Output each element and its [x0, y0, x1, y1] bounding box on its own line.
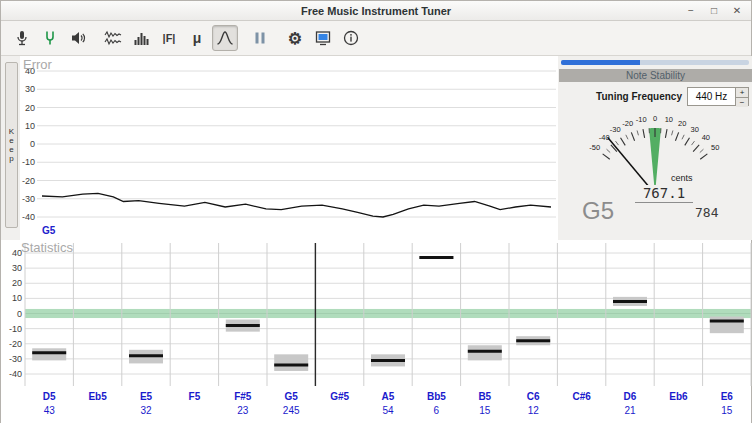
svg-text:15: 15 — [721, 405, 733, 416]
fft-view-button[interactable]: |F| — [156, 25, 182, 51]
svg-text:-10: -10 — [22, 157, 35, 167]
window-title: Free Music Instrument Tuner — [301, 5, 451, 17]
keep-button[interactable]: Keep — [5, 62, 18, 228]
measured-frequency-display: 767.1 — [635, 185, 693, 203]
svg-text:F5: F5 — [189, 391, 201, 402]
svg-text:0: 0 — [30, 139, 35, 149]
tuning-frequency-value: 440 Hz — [688, 88, 735, 105]
svg-text:-10: -10 — [636, 115, 647, 124]
tuning-fork-button[interactable] — [37, 25, 63, 51]
svg-text:-20: -20 — [622, 119, 633, 128]
save-icon — [314, 29, 332, 47]
svg-text:A5: A5 — [382, 391, 395, 402]
svg-text:10: 10 — [25, 121, 35, 131]
spin-up-button[interactable]: + — [736, 88, 748, 97]
svg-text:-40: -40 — [9, 369, 22, 379]
statistics-title: Statistics — [21, 240, 73, 255]
tuning-frequency-spinbox[interactable]: 440 Hz + − — [687, 87, 749, 106]
note-stability-panel: Note Stability Tuning Frequency 440 Hz +… — [558, 56, 752, 240]
cents-unit-label: cents — [671, 173, 693, 183]
svg-text:-30: -30 — [22, 194, 35, 204]
tuning-frequency-label: Tuning Frequency — [596, 91, 682, 102]
gaussian-curve-icon — [216, 29, 234, 47]
stability-progress-bar — [561, 60, 749, 65]
svg-text:Eb5: Eb5 — [88, 391, 107, 402]
svg-text:B5: B5 — [478, 391, 491, 402]
svg-text:30: 30 — [12, 263, 22, 273]
mu-icon: μ — [193, 30, 202, 46]
error-section: Keep 403020100-10-20-30-40 Error G5 Note… — [1, 56, 751, 240]
about-button[interactable] — [338, 25, 364, 51]
statistics-section: 403020100-10-20-30-40D543Eb5E532F5F#523G… — [1, 240, 751, 423]
mu-view-button[interactable]: μ — [184, 25, 210, 51]
window-controls: − □ ✕ — [685, 1, 743, 21]
svg-text:-10: -10 — [9, 324, 22, 334]
tuning-frequency-row: Tuning Frequency 440 Hz + − — [558, 87, 752, 106]
svg-text:C6: C6 — [527, 391, 540, 402]
fft-icon: |F| — [163, 32, 176, 44]
histogram-view-button[interactable] — [128, 25, 154, 51]
svg-text:E6: E6 — [721, 391, 734, 402]
info-icon — [342, 29, 360, 47]
svg-text:D6: D6 — [624, 391, 637, 402]
svg-text:-30: -30 — [9, 354, 22, 364]
note-stability-header: Note Stability — [559, 69, 752, 82]
svg-text:21: 21 — [624, 405, 636, 416]
histogram-icon — [132, 29, 150, 47]
svg-text:0: 0 — [653, 114, 657, 123]
maximize-button[interactable]: □ — [708, 5, 720, 17]
svg-text:F#5: F#5 — [234, 391, 252, 402]
main-area: Keep 403020100-10-20-30-40 Error G5 Note… — [1, 56, 751, 423]
svg-text:6: 6 — [434, 405, 440, 416]
waveform-icon — [104, 29, 122, 47]
svg-text:40: 40 — [702, 133, 710, 142]
target-frequency-display: 784 — [695, 205, 718, 220]
svg-text:10: 10 — [665, 115, 673, 124]
waveform-view-button[interactable] — [100, 25, 126, 51]
svg-text:C#6: C#6 — [572, 391, 591, 402]
svg-text:43: 43 — [44, 405, 56, 416]
svg-text:20: 20 — [25, 103, 35, 113]
speaker-icon — [69, 29, 87, 47]
svg-text:Eb6: Eb6 — [669, 391, 688, 402]
close-button[interactable]: ✕ — [731, 5, 743, 17]
spin-buttons: + − — [735, 88, 748, 105]
svg-text:20: 20 — [12, 278, 22, 288]
save-button[interactable] — [310, 25, 336, 51]
toolbar: |F| μ ⚙ — [1, 21, 751, 56]
error-plot: 403020100-10-20-30-40 — [20, 56, 558, 240]
svg-text:10: 10 — [12, 293, 22, 303]
microphone-icon — [13, 29, 31, 47]
error-chart: 403020100-10-20-30-40 Error G5 — [20, 56, 558, 240]
gaussian-view-button[interactable] — [212, 25, 238, 51]
svg-text:-50: -50 — [589, 143, 600, 152]
svg-text:Bb5: Bb5 — [427, 391, 446, 402]
svg-text:E5: E5 — [140, 391, 153, 402]
svg-text:-40: -40 — [22, 212, 35, 222]
svg-text:245: 245 — [283, 405, 300, 416]
detected-note-display: G5 — [582, 197, 614, 225]
microphone-button[interactable] — [9, 25, 35, 51]
titlebar: Free Music Instrument Tuner − □ ✕ — [1, 1, 751, 21]
svg-text:-20: -20 — [22, 176, 35, 186]
svg-text:30: 30 — [691, 125, 699, 134]
svg-text:50: 50 — [711, 143, 719, 152]
svg-text:G#5: G#5 — [330, 391, 349, 402]
svg-text:23: 23 — [237, 405, 249, 416]
statistics-plot: 403020100-10-20-30-40D543Eb5E532F5F#523G… — [1, 240, 752, 423]
pause-button[interactable] — [247, 25, 273, 51]
svg-text:20: 20 — [678, 119, 686, 128]
speaker-button[interactable] — [65, 25, 91, 51]
error-chart-title: Error — [23, 57, 52, 72]
svg-text:G5: G5 — [285, 391, 299, 402]
app-window: Free Music Instrument Tuner − □ ✕ — [0, 0, 752, 423]
svg-text:-30: -30 — [610, 125, 621, 134]
tuning-fork-icon — [41, 29, 59, 47]
minimize-button[interactable]: − — [685, 5, 697, 17]
svg-text:15: 15 — [479, 405, 491, 416]
pause-icon — [251, 29, 269, 47]
svg-text:32: 32 — [140, 405, 152, 416]
svg-text:-20: -20 — [9, 339, 22, 349]
settings-button[interactable]: ⚙ — [282, 25, 308, 51]
svg-text:D5: D5 — [43, 391, 56, 402]
